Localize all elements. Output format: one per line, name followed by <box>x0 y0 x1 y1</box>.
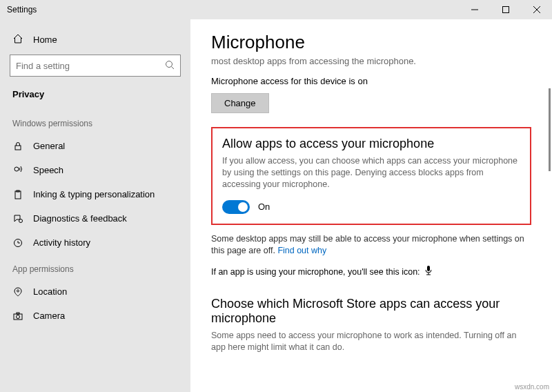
find-out-why-link[interactable]: Find out why <box>277 246 326 255</box>
maximize-button[interactable] <box>490 0 521 19</box>
nav-label: Inking & typing personalization <box>33 189 155 199</box>
home-icon <box>12 33 23 46</box>
camera-icon <box>12 311 23 321</box>
section-title: Privacy <box>0 85 190 109</box>
nav-activity[interactable]: Activity history <box>0 231 190 255</box>
svg-point-10 <box>19 219 23 222</box>
scrollbar[interactable] <box>549 88 551 171</box>
search-icon <box>165 60 175 72</box>
search-input[interactable] <box>16 61 165 71</box>
watermark: wsxdn.com <box>515 383 549 391</box>
svg-rect-15 <box>17 313 19 314</box>
feedback-icon <box>12 214 23 224</box>
main-content: Microphone most desktop apps from access… <box>190 19 552 392</box>
nav-inking[interactable]: Inking & typing personalization <box>0 182 190 206</box>
nav-label: Camera <box>33 311 65 321</box>
desktop-apps-note: Some desktop apps may still be able to a… <box>211 233 531 257</box>
svg-rect-6 <box>15 146 21 150</box>
title-bar: Settings <box>0 0 552 19</box>
home-nav[interactable]: Home <box>0 28 190 55</box>
nav-label: General <box>33 141 65 151</box>
svg-point-12 <box>17 290 19 292</box>
history-icon <box>12 238 23 248</box>
group-app-permissions: App permissions <box>0 255 190 280</box>
page-subtext: most desktop apps from accessing the mic… <box>211 56 531 66</box>
search-box[interactable] <box>10 55 181 77</box>
allow-desc: If you allow access, you can choose whic… <box>222 155 520 190</box>
location-icon <box>12 287 23 297</box>
svg-rect-16 <box>427 266 430 271</box>
svg-point-7 <box>14 167 19 171</box>
nav-label: Activity history <box>33 237 90 248</box>
nav-label: Location <box>33 286 67 297</box>
nav-label: Speech <box>33 165 63 175</box>
allow-toggle[interactable] <box>222 200 250 214</box>
nav-location[interactable]: Location <box>0 280 190 304</box>
clipboard-icon <box>12 190 23 199</box>
device-status: Microphone access for this device is on <box>211 76 531 86</box>
nav-diagnostics[interactable]: Diagnostics & feedback <box>0 206 190 231</box>
allow-title: Allow apps to access your microphone <box>222 137 520 151</box>
toggle-state: On <box>258 202 270 212</box>
svg-rect-8 <box>15 191 21 199</box>
svg-line-5 <box>172 66 175 69</box>
nav-general[interactable]: General <box>0 134 190 158</box>
svg-rect-1 <box>502 7 509 13</box>
page-title: Microphone <box>211 32 531 53</box>
group-windows-permissions: Windows permissions <box>0 109 190 134</box>
close-button[interactable] <box>521 0 552 19</box>
home-label: Home <box>33 35 57 45</box>
store-apps-title: Choose which Microsoft Store apps can ac… <box>211 297 531 326</box>
svg-point-14 <box>17 315 20 318</box>
speech-icon <box>12 166 23 175</box>
allow-apps-section: Allow apps to access your microphone If … <box>211 127 531 225</box>
sidebar: Home Privacy Windows permissions General… <box>0 19 190 392</box>
store-apps-desc: Some apps need to access your microphone… <box>211 330 531 353</box>
mic-in-use-note: If an app is using your microphone, you'… <box>211 266 531 277</box>
minimize-button[interactable] <box>459 0 490 19</box>
nav-camera[interactable]: Camera <box>0 304 190 328</box>
nav-label: Diagnostics & feedback <box>33 213 127 224</box>
change-button[interactable]: Change <box>211 93 269 113</box>
window-title: Settings <box>0 5 459 14</box>
microphone-icon <box>424 266 433 277</box>
lock-icon <box>12 141 23 151</box>
svg-point-4 <box>166 61 172 67</box>
nav-speech[interactable]: Speech <box>0 158 190 182</box>
